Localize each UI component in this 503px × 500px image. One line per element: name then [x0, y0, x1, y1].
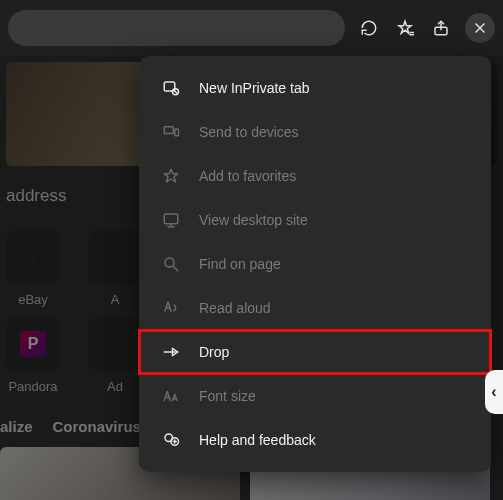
menu-item-add-fav: Add to favorites — [139, 154, 491, 198]
side-handle[interactable]: ‹ — [485, 370, 503, 414]
tile-label: Ad — [107, 379, 123, 394]
menu-item-label: Add to favorites — [199, 168, 296, 184]
menu-item-label: Drop — [199, 344, 229, 360]
ebay-icon: 🛍 — [28, 252, 38, 263]
svg-rect-9 — [164, 127, 173, 134]
tile-generic[interactable]: A — [88, 230, 142, 307]
new-inprivate-icon — [161, 78, 181, 98]
svg-line-8 — [174, 90, 177, 93]
drop-icon — [161, 342, 181, 362]
address-bar[interactable] — [8, 10, 345, 46]
tile-label: A — [111, 292, 120, 307]
refresh-icon[interactable] — [357, 16, 381, 40]
svg-rect-10 — [175, 129, 179, 136]
menu-item-label: Font size — [199, 388, 256, 404]
pandora-icon: P — [20, 331, 46, 357]
tile-pandora[interactable]: P Pandora — [6, 317, 60, 394]
top-toolbar — [0, 0, 503, 56]
menu-item-drop[interactable]: Drop — [139, 330, 491, 374]
add-fav-icon — [161, 166, 181, 186]
favorites-list-icon[interactable] — [393, 16, 417, 40]
menu-item-label: Help and feedback — [199, 432, 316, 448]
font-size-icon — [161, 386, 181, 406]
menu-item-new-inprivate[interactable]: New InPrivate tab — [139, 66, 491, 110]
menu-item-label: View desktop site — [199, 212, 308, 228]
menu-item-find-page: Find on page — [139, 242, 491, 286]
menu-item-label: Find on page — [199, 256, 281, 272]
svg-line-16 — [173, 266, 178, 271]
menu-item-label: Send to devices — [199, 124, 299, 140]
close-icon[interactable] — [465, 13, 495, 43]
svg-marker-0 — [399, 21, 411, 33]
topic-item[interactable]: alize — [0, 418, 33, 435]
menu-item-send-devices: Send to devices — [139, 110, 491, 154]
menu-item-label: New InPrivate tab — [199, 80, 310, 96]
tile-label: Pandora — [8, 379, 57, 394]
topic-item[interactable]: Coronavirus — [53, 418, 141, 435]
svg-marker-11 — [164, 169, 178, 182]
tile-ebay[interactable]: 🛍 eBay — [6, 230, 60, 307]
share-icon[interactable] — [429, 16, 453, 40]
menu-item-desktop-site: View desktop site — [139, 198, 491, 242]
find-page-icon — [161, 254, 181, 274]
menu-item-label: Read aloud — [199, 300, 271, 316]
menu-item-help[interactable]: Help and feedback — [139, 418, 491, 462]
tile-generic2[interactable]: Ad — [88, 317, 142, 394]
tile-label: eBay — [18, 292, 48, 307]
menu-item-font-size: Font size — [139, 374, 491, 418]
overflow-menu: New InPrivate tabSend to devicesAdd to f… — [139, 56, 491, 472]
svg-point-15 — [165, 258, 174, 267]
send-devices-icon — [161, 122, 181, 142]
svg-rect-12 — [164, 214, 178, 224]
help-icon — [161, 430, 181, 450]
menu-item-read-aloud: Read aloud — [139, 286, 491, 330]
read-aloud-icon — [161, 298, 181, 318]
desktop-site-icon — [161, 210, 181, 230]
